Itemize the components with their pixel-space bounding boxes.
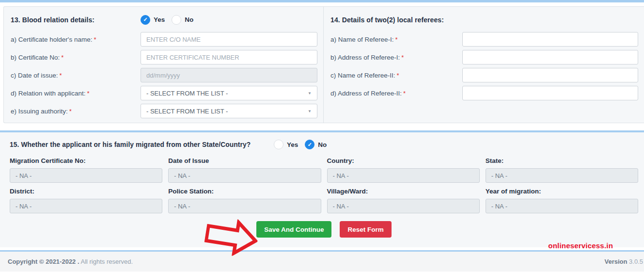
migration-police-station-label: Police Station:: [168, 188, 321, 195]
certificate-holder-name-input[interactable]: [141, 32, 317, 47]
field-date-of-issue: c) Date of issue:*: [11, 68, 317, 82]
section-14-local-referees: 14. Details of two(2) local referees: a)…: [324, 7, 644, 123]
required-asterisk: *: [403, 90, 406, 97]
date-of-issue-input[interactable]: [141, 68, 317, 82]
migration-certificate-no-input[interactable]: [10, 168, 162, 183]
field-referee2-address: d) Address of Referee-II:*: [330, 86, 638, 100]
field-referee1-name: a) Name of Referee-I:*: [330, 32, 638, 47]
migration-state-label: State:: [486, 157, 638, 164]
migration-village-ward-label: Village/Ward:: [327, 188, 480, 195]
field-referee2-name: c) Name of Referee-II:*: [330, 68, 638, 82]
migration-district-input[interactable]: [10, 199, 162, 213]
blood-relation-radio-yes[interactable]: ✓ Yes: [141, 15, 165, 25]
required-asterisk: *: [397, 72, 399, 79]
relation-with-applicant-label: d) Relation with applicant:: [11, 90, 86, 97]
migration-radio-group: Yes ✓ No: [274, 140, 327, 149]
migration-certificate-no-label: Migration Certificate No:: [10, 157, 162, 164]
reset-form-button[interactable]: Reset Form: [340, 221, 391, 238]
copyright-text: Copyright © 2021-2022 . All rights reser…: [8, 258, 133, 265]
radio-yes-label: Yes: [287, 141, 298, 148]
chevron-down-icon: ▼: [308, 91, 312, 96]
version-text: Version 3.0.5: [604, 258, 643, 265]
top-accent-bar: [0, 0, 644, 2]
certificate-no-input[interactable]: [141, 50, 317, 64]
footer: Copyright © 2021-2022 . All rights reser…: [0, 252, 644, 272]
migration-fields-grid: Migration Certificate No: Date of Issue …: [10, 157, 638, 213]
radio-unchecked-icon: [274, 140, 283, 149]
referee2-name-label: c) Name of Referee-II:: [330, 72, 395, 79]
migration-date-of-issue-label: Date of Issue: [168, 157, 321, 164]
migration-date-of-issue-input[interactable]: [168, 168, 321, 183]
required-asterisk: *: [87, 90, 90, 97]
red-arrow-annotation-icon: [205, 219, 258, 257]
blood-relation-referees-panel: 13. Blood relation details: ✓ Yes No a) …: [3, 6, 644, 123]
issuing-authority-select[interactable]: - SELECT FROM THE LIST - ▼: [141, 104, 317, 118]
migration-country-input[interactable]: [327, 168, 480, 183]
required-asterisk: *: [60, 72, 62, 79]
field-certificate-holder-name: a) Certificate holder's name:*: [11, 32, 317, 47]
field-relation-with-applicant: d) Relation with applicant:* - SELECT FR…: [11, 86, 317, 100]
migration-radio-no[interactable]: ✓ No: [305, 140, 327, 149]
section-14-heading: 14. Details of two(2) local referees:: [330, 16, 460, 24]
selected-option-text: - SELECT FROM THE LIST -: [146, 108, 228, 115]
migration-state-input[interactable]: [486, 168, 638, 183]
blood-relation-radio-group: ✓ Yes No: [141, 15, 193, 25]
referee2-name-input[interactable]: [462, 68, 638, 82]
migration-police-station-input[interactable]: [168, 199, 321, 213]
section-13-heading: 13. Blood relation details:: [11, 16, 141, 24]
required-asterisk: *: [61, 54, 63, 61]
radio-yes-label: Yes: [154, 16, 165, 23]
save-and-continue-button[interactable]: Save And Continue: [256, 221, 331, 238]
referee2-address-label: d) Address of Referee-II:: [330, 90, 402, 97]
certificate-holder-name-label: a) Certificate holder's name:: [11, 36, 92, 43]
radio-checked-icon: ✓: [141, 15, 150, 25]
date-of-issue-label: c) Date of issue:: [11, 72, 58, 79]
field-issuing-authority: e) Issuing authority:* - SELECT FROM THE…: [11, 104, 317, 118]
section-15-question: 15. Whether the applicant or his family …: [10, 141, 274, 148]
certificate-no-label: b) Certificate No:: [11, 54, 60, 61]
chevron-down-icon: ▼: [308, 109, 312, 113]
field-migration-village-ward: Village/Ward:: [327, 188, 480, 213]
radio-unchecked-icon: [172, 15, 181, 25]
radio-no-label: No: [185, 16, 193, 23]
section-13-blood-relation: 13. Blood relation details: ✓ Yes No a) …: [4, 7, 324, 123]
field-migration-certificate-no: Migration Certificate No:: [10, 157, 162, 183]
referee1-address-label: b) Address of Referee-I:: [330, 54, 400, 61]
field-migration-police-station: Police Station:: [168, 188, 321, 213]
selected-option-text: - SELECT FROM THE LIST -: [146, 90, 228, 97]
migration-district-label: District:: [10, 188, 162, 195]
migration-village-ward-input[interactable]: [327, 199, 480, 213]
field-migration-year: Year of migration:: [486, 188, 638, 213]
field-migration-district: District:: [10, 188, 162, 213]
migration-radio-yes[interactable]: Yes: [274, 140, 298, 149]
required-asterisk: *: [395, 36, 398, 43]
required-asterisk: *: [69, 108, 72, 115]
field-migration-date-of-issue: Date of Issue: [168, 157, 321, 183]
migration-year-input[interactable]: [486, 199, 638, 213]
field-certificate-no: b) Certificate No:*: [11, 50, 317, 64]
migration-year-label: Year of migration:: [486, 188, 638, 195]
field-referee1-address: b) Address of Referee-I:*: [330, 50, 638, 64]
relation-with-applicant-select[interactable]: - SELECT FROM THE LIST - ▼: [141, 86, 317, 100]
referee1-name-label: a) Name of Referee-I:: [330, 36, 394, 43]
referee1-address-input[interactable]: [462, 50, 638, 64]
field-migration-country: Country:: [327, 157, 480, 183]
watermark-text: onlineservicess.in: [548, 241, 613, 250]
section-15-migration: 15. Whether the applicant or his family …: [0, 132, 644, 247]
referee1-name-input[interactable]: [462, 32, 638, 47]
issuing-authority-label: e) Issuing authority:: [11, 108, 68, 115]
radio-no-label: No: [318, 141, 327, 148]
radio-checked-icon: ✓: [305, 140, 314, 149]
migration-country-label: Country:: [327, 157, 480, 164]
blood-relation-radio-no[interactable]: No: [172, 15, 193, 25]
field-migration-state: State:: [486, 157, 638, 183]
referee2-address-input[interactable]: [462, 86, 638, 100]
required-asterisk: *: [94, 36, 96, 43]
required-asterisk: *: [401, 54, 404, 61]
